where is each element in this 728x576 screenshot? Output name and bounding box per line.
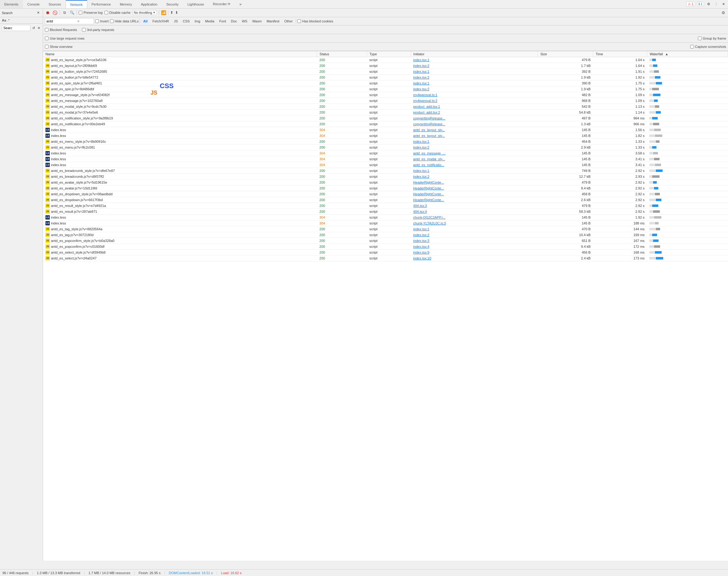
- filter-button[interactable]: ⧉: [62, 10, 67, 16]
- table-row[interactable]: JSantd_es_dropdown.js?v=6617f3bd200scrip…: [43, 197, 728, 203]
- show-overview-checkbox[interactable]: [45, 45, 49, 49]
- blocked-requests-checkbox[interactable]: [45, 28, 49, 32]
- col-size[interactable]: Size: [538, 51, 593, 57]
- cell-initiator[interactable]: product_add.tsx:1: [411, 104, 538, 109]
- tab-more[interactable]: »: [235, 0, 246, 8]
- refresh-icon[interactable]: ↺: [32, 25, 36, 31]
- cell-initiator[interactable]: 404.tsx:4: [411, 208, 538, 214]
- initiator-link[interactable]: HeaderRightConte...: [413, 198, 444, 202]
- cell-initiator[interactable]: HeaderRightConte...: [411, 185, 538, 191]
- download-icon[interactable]: ⬇: [175, 10, 178, 15]
- filter-type-js[interactable]: JS: [172, 19, 180, 24]
- cell-initiator[interactable]: chunk-DG2C2APP.j...: [411, 214, 538, 220]
- initiator-link[interactable]: index.tsx:1: [413, 227, 429, 231]
- cell-initiator[interactable]: index.tsx:1: [411, 68, 538, 74]
- table-row[interactable]: JSantd_es_modal_style.js?v=9cdc7b30200sc…: [43, 104, 728, 109]
- col-name[interactable]: Name: [43, 51, 317, 57]
- table-row[interactable]: JSantd_es_popconfirm_style.js?v=b0a328a0…: [43, 238, 728, 243]
- initiator-link[interactable]: HeaderRightConte...: [413, 186, 444, 190]
- capture-screenshots-checkbox[interactable]: [690, 45, 694, 49]
- upload-icon[interactable]: ⬆: [170, 10, 173, 15]
- tab-lighthouse[interactable]: Lighthouse: [183, 0, 208, 8]
- cell-initiator[interactable]: index.tsx:9: [411, 249, 538, 255]
- initiator-link[interactable]: index.tsx:2: [413, 146, 429, 149]
- initiator-link[interactable]: chunk-YLTA2UJC.js:3: [413, 221, 446, 225]
- tab-performance[interactable]: Performance: [87, 0, 115, 8]
- table-row[interactable]: LSindex.less304scriptantd_es_layout_sty.…: [43, 133, 728, 139]
- col-type[interactable]: Type: [367, 51, 411, 57]
- filter-type-ws[interactable]: WS: [240, 19, 249, 24]
- table-row[interactable]: LSindex.less304scriptchunk-YLTA2UJC.js:3…: [43, 220, 728, 226]
- table-row[interactable]: JSantd_es_menu_style.js?v=8b90916c200scr…: [43, 139, 728, 144]
- col-initiator[interactable]: Initiator: [411, 51, 538, 57]
- table-row[interactable]: JSantd_es_button.js?v=b8e54772200scripti…: [43, 74, 728, 80]
- cell-initiator[interactable]: HeaderRightConte...: [411, 179, 538, 185]
- invert-label[interactable]: Invert: [95, 19, 109, 23]
- table-row[interactable]: JSantd_es_result_style.js?v=e7d4921a200s…: [43, 203, 728, 208]
- initiator-link[interactable]: antd_es_layout_sty...: [413, 128, 445, 132]
- col-status[interactable]: Status: [317, 51, 367, 57]
- filter-type-wasm[interactable]: Wasm: [250, 19, 263, 24]
- initiator-link[interactable]: myApproval.ts:1: [413, 93, 438, 97]
- initiator-link[interactable]: index.tsx:2: [413, 233, 429, 237]
- blocked-cookies-checkbox[interactable]: [297, 19, 301, 23]
- initiator-link[interactable]: index.tsx:1: [413, 58, 429, 62]
- filter-type-manifest[interactable]: Manifest: [265, 19, 281, 24]
- disable-cache-checkbox[interactable]: [105, 11, 108, 15]
- initiator-link[interactable]: index.tsx:10: [413, 256, 431, 260]
- clear-button[interactable]: 🚫: [52, 10, 58, 16]
- initiator-link[interactable]: myApproval.ts:2: [413, 99, 438, 103]
- initiator-link[interactable]: index.tsx:9: [413, 251, 429, 254]
- table-row[interactable]: JSantd_es_popconfirm.js?v=c01600df200scr…: [43, 243, 728, 249]
- tab-sources[interactable]: Sources: [44, 0, 65, 8]
- initiator-link[interactable]: copywritingRelease...: [413, 122, 445, 126]
- cell-initiator[interactable]: chunk-YLTA2UJC.js:3: [411, 220, 538, 226]
- col-time[interactable]: Time: [593, 51, 647, 57]
- table-row[interactable]: JSantd_es_avatar_style.js?v=5d19615e200s…: [43, 179, 728, 185]
- disable-cache-label[interactable]: Disable cache: [105, 11, 131, 15]
- cell-initiator[interactable]: HeaderRightConte...: [411, 197, 538, 203]
- initiator-link[interactable]: index.tsx:1: [413, 70, 429, 74]
- initiator-link[interactable]: index.tsx:2: [413, 87, 429, 91]
- table-row[interactable]: JSantd_es_tag.js?v=3072180d200scriptinde…: [43, 232, 728, 238]
- table-row[interactable]: LSindex.less304scriptantd_es_modal_sty..…: [43, 156, 728, 162]
- tab-recorder[interactable]: Recorder ⟳: [208, 0, 235, 8]
- wifi-icon[interactable]: 📶: [161, 10, 166, 15]
- initiator-link[interactable]: index.tsx:4: [413, 245, 429, 249]
- preserve-log-checkbox[interactable]: [79, 11, 82, 15]
- filter-type-all[interactable]: All: [141, 19, 149, 24]
- group-by-frame-checkbox[interactable]: [698, 36, 702, 40]
- filter-type-other[interactable]: Other: [282, 19, 295, 24]
- table-row[interactable]: JSantd_es_spin_style.js?v=2f6af401200scr…: [43, 80, 728, 86]
- table-row[interactable]: JSantd_es_notification.js?v=00e2eb49200s…: [43, 121, 728, 127]
- initiator-link[interactable]: antd_es_layout_sty...: [413, 134, 445, 138]
- table-row[interactable]: JSantd_es_tag_style.js?v=8820564a200scri…: [43, 226, 728, 232]
- search-close-icon[interactable]: ✕: [35, 10, 41, 16]
- table-row[interactable]: JSantd_es_breadcrumb.js?v=d9f37ff2200scr…: [43, 173, 728, 179]
- cell-initiator[interactable]: index.tsx:10: [411, 255, 538, 261]
- cell-initiator[interactable]: myApproval.ts:2: [411, 98, 538, 104]
- network-settings-icon[interactable]: ⚙: [721, 10, 726, 16]
- initiator-link[interactable]: index.tsx:2: [413, 64, 429, 67]
- cell-initiator[interactable]: index.tsx:2: [411, 173, 538, 179]
- hide-data-urls-checkbox[interactable]: [110, 19, 114, 23]
- table-row[interactable]: JSantd_es_layout_style.js?v=ce3a5106200s…: [43, 57, 728, 63]
- filter-type-img[interactable]: Img: [193, 19, 202, 24]
- initiator-link[interactable]: HeaderRightConte...: [413, 180, 444, 184]
- left-search-input[interactable]: [3, 26, 28, 30]
- initiator-link[interactable]: index.tsx:2: [413, 76, 429, 79]
- initiator-link[interactable]: index.tsx:1: [413, 169, 429, 173]
- blocked-requests-label[interactable]: Blocked Requests: [45, 28, 77, 32]
- blocked-cookies-label[interactable]: Has blocked cookies: [297, 19, 333, 23]
- filter-type-font[interactable]: Font: [218, 19, 228, 24]
- initiator-link[interactable]: index.tsx:1: [413, 81, 429, 85]
- cell-initiator[interactable]: product_add.tsx:2: [411, 109, 538, 115]
- filter-search-clear[interactable]: ✕: [77, 20, 80, 23]
- table-row[interactable]: JSantd_es_button_style.js?v=72452685200s…: [43, 68, 728, 74]
- table-row[interactable]: JSantd_es_dropdown_style.js?v=08aedbdd20…: [43, 191, 728, 197]
- cell-initiator[interactable]: antd_es_modal_sty...: [411, 156, 538, 162]
- clear-results-icon[interactable]: ✕: [37, 25, 41, 31]
- cell-initiator[interactable]: antd_es_layout_sty...: [411, 133, 538, 139]
- cell-initiator[interactable]: antd_es_notificatio...: [411, 162, 538, 168]
- initiator-link[interactable]: antd_es_message_...: [413, 151, 445, 155]
